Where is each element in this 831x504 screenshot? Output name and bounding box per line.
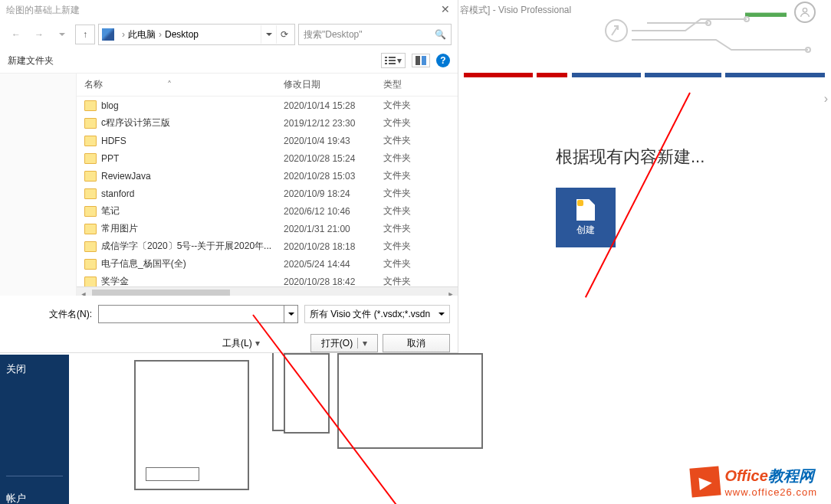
folder-icon	[84, 153, 97, 164]
file-date: 2020/10/4 19:43	[284, 136, 383, 146]
new-folder-button[interactable]: 新建文件夹	[8, 54, 54, 67]
filename-label: 文件名(N):	[8, 308, 92, 321]
svg-point-1	[606, 20, 627, 41]
file-open-dialog: 绘图的基础上新建 ✕ ← → ↑ › 此电脑 › Desktop ⟳ 搜索"De…	[0, 0, 458, 353]
nav-recent-icon[interactable]	[52, 25, 72, 44]
scroll-right-icon[interactable]: ›	[824, 92, 828, 106]
visio-decoration	[593, 8, 823, 54]
breadcrumb-folder[interactable]: Desktop	[165, 29, 199, 40]
view-mode-button[interactable]: ▾	[381, 53, 406, 68]
nav-back-icon[interactable]: ←	[6, 25, 26, 44]
svg-rect-7	[385, 60, 387, 61]
scroll-right-icon[interactable]	[444, 288, 458, 296]
search-input[interactable]: 搜索"Desktop" 🔍	[298, 24, 452, 45]
new-document-icon	[576, 199, 595, 221]
preview-pane-button[interactable]	[412, 54, 430, 67]
svg-rect-6	[389, 57, 396, 58]
file-date: 2019/12/12 23:30	[284, 118, 383, 129]
horizontal-scrollbar[interactable]	[77, 286, 458, 296]
column-name[interactable]: 名称 ˄	[84, 78, 284, 91]
file-row[interactable]: PPT 2020/10/28 15:24 文件夹	[77, 149, 458, 167]
chevron-down-icon	[438, 309, 445, 319]
file-name: 成信学字〔2020〕5号--关于开展2020年...	[101, 240, 284, 253]
visio-backstage-nav: 关闭 帐户 反馈	[0, 355, 69, 504]
file-row[interactable]: ReviewJava 2020/10/28 15:03 文件夹	[77, 167, 458, 185]
nav-up-icon[interactable]: ↑	[75, 25, 95, 44]
file-row[interactable]: 常用图片 2020/1/31 21:00 文件夹	[77, 220, 458, 237]
svg-rect-11	[416, 56, 420, 65]
scroll-thumb[interactable]	[92, 290, 230, 296]
breadcrumb-dropdown-icon[interactable]	[261, 25, 276, 44]
refresh-icon[interactable]: ⟳	[276, 25, 291, 44]
svg-rect-12	[422, 56, 426, 65]
file-date: 2020/10/28 18:42	[284, 277, 383, 287]
file-date: 2020/10/28 15:24	[284, 153, 383, 164]
help-icon[interactable]: ?	[436, 54, 450, 67]
file-row[interactable]: blog 2020/10/14 15:28 文件夹	[77, 97, 458, 114]
file-type: 文件夹	[383, 222, 411, 235]
watermark-icon: ▶	[690, 466, 721, 497]
file-row[interactable]: stanford 2020/10/9 18:24 文件夹	[77, 185, 458, 202]
filename-dropdown-icon[interactable]	[284, 306, 297, 322]
file-date: 2020/6/12 10:46	[284, 206, 383, 217]
create-button[interactable]: 创建	[556, 188, 616, 247]
tools-button[interactable]: 工具(L) ▾	[222, 334, 260, 352]
file-name: blog	[101, 100, 284, 111]
close-icon[interactable]: ✕	[441, 3, 450, 15]
file-row[interactable]: 电子信息_杨国平(全) 2020/5/24 14:44 文件夹	[77, 255, 458, 273]
app-title-bar: 容模式] - Visio Professional	[460, 4, 571, 17]
folder-icon	[84, 118, 97, 129]
breadcrumb[interactable]: › 此电脑 › Desktop ⟳	[98, 24, 295, 45]
scroll-left-icon[interactable]	[77, 288, 90, 296]
file-type: 文件夹	[383, 134, 411, 147]
folder-icon	[84, 171, 97, 182]
file-row[interactable]: HDFS 2020/10/4 19:43 文件夹	[77, 132, 458, 149]
file-type: 文件夹	[383, 116, 411, 129]
column-type[interactable]: 类型	[383, 78, 450, 91]
folder-icon	[84, 241, 97, 252]
file-date: 2020/10/14 15:28	[284, 100, 383, 111]
section-heading: 根据现有内容新建...	[556, 146, 705, 169]
search-placeholder: 搜索"Desktop"	[304, 28, 363, 41]
file-type: 文件夹	[383, 257, 411, 270]
visio-tabs	[464, 69, 831, 74]
file-row[interactable]: 笔记 2020/6/12 10:46 文件夹	[77, 202, 458, 220]
filetype-label: 所有 Visio 文件 (*.vsdx;*.vsdn	[310, 308, 430, 321]
file-name: HDFS	[101, 136, 284, 146]
file-name: 笔记	[101, 205, 284, 218]
filename-input[interactable]	[98, 305, 298, 323]
file-type: 文件夹	[383, 152, 411, 165]
folder-icon	[84, 206, 97, 217]
file-name: 常用图片	[101, 222, 284, 235]
open-button[interactable]: 打开(O) ▾	[310, 334, 378, 352]
file-list: 名称 ˄ 修改日期 类型 blog 2020/10/14 15:28 文件夹 c…	[77, 74, 458, 296]
file-type: 文件夹	[383, 99, 411, 112]
file-row[interactable]: 成信学字〔2020〕5号--关于开展2020年... 2020/10/28 18…	[77, 237, 458, 255]
column-date[interactable]: 修改日期	[284, 78, 383, 91]
backstage-account[interactable]: 帐户	[0, 484, 69, 504]
nav-forward-icon[interactable]: →	[29, 25, 49, 44]
cancel-button[interactable]: 取消	[383, 334, 450, 352]
file-type: 文件夹	[383, 169, 411, 182]
pc-icon	[102, 28, 114, 41]
folder-icon	[84, 100, 97, 111]
file-name: c程序设计第三版	[101, 116, 284, 129]
filetype-select[interactable]: 所有 Visio 文件 (*.vsdx;*.vsdn	[304, 305, 450, 323]
file-row[interactable]: c程序设计第三版 2019/12/12 23:30 文件夹	[77, 114, 458, 132]
file-date: 2020/5/24 14:44	[284, 259, 383, 270]
dialog-title: 绘图的基础上新建	[0, 0, 458, 21]
dialog-nav-pane[interactable]	[0, 74, 77, 296]
file-type: 文件夹	[383, 275, 411, 286]
file-type: 文件夹	[383, 205, 411, 218]
svg-rect-10	[389, 63, 396, 64]
template-thumb[interactable]	[337, 353, 483, 449]
file-name: 奖学金	[101, 275, 284, 286]
search-icon[interactable]: 🔍	[435, 29, 446, 40]
svg-rect-9	[385, 63, 387, 64]
watermark: ▶ Office教程网 www.office26.com	[691, 466, 817, 498]
breadcrumb-pc[interactable]: 此电脑	[128, 28, 156, 41]
file-date: 2020/10/28 15:03	[284, 171, 383, 182]
watermark-url: www.office26.com	[724, 486, 817, 498]
file-name: PPT	[101, 153, 284, 164]
file-row[interactable]: 奖学金 2020/10/28 18:42 文件夹	[77, 273, 458, 286]
